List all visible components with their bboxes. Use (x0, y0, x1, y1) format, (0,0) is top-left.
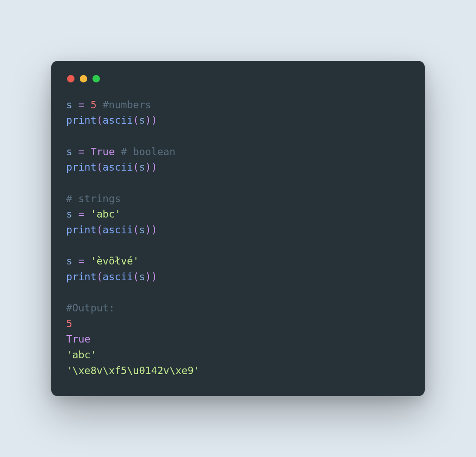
code-token: ascii (103, 161, 133, 173)
code-token: = (72, 208, 91, 220)
code-comment: # strings (66, 193, 121, 204)
code-token: ( (96, 114, 103, 126)
code-token: s (139, 161, 145, 173)
code-token: s (66, 255, 72, 267)
code-token: s (139, 224, 145, 236)
output-line: 5 (66, 318, 72, 329)
code-token: s (66, 99, 72, 111)
code-token: = (72, 255, 91, 267)
code-token: print (66, 114, 96, 126)
code-string: 'èvõłvé' (90, 255, 139, 267)
code-token: ( (133, 114, 139, 126)
code-token: = (72, 99, 91, 111)
code-token (96, 99, 103, 111)
code-token: ) (151, 271, 157, 282)
code-token: ) (151, 114, 157, 126)
minimize-icon[interactable] (80, 75, 87, 82)
code-token: ( (133, 271, 139, 282)
code-token: ) (145, 224, 151, 236)
output-line: '\xe8v\xf5\u0142v\xe9' (66, 365, 200, 376)
code-window: s = 5 #numbers print(ascii(s)) s = True … (51, 61, 425, 396)
code-token: ) (151, 224, 157, 236)
code-token: print (66, 224, 96, 236)
code-token: s (66, 208, 72, 220)
code-token: ascii (103, 271, 133, 282)
code-token: ascii (103, 224, 133, 236)
code-token: ) (151, 161, 157, 173)
code-token: ( (133, 224, 139, 236)
code-token: 5 (90, 99, 96, 111)
code-token: ) (145, 114, 151, 126)
code-block[interactable]: s = 5 #numbers print(ascii(s)) s = True … (66, 97, 410, 379)
code-token: s (139, 271, 145, 282)
close-icon[interactable] (67, 75, 75, 82)
zoom-icon[interactable] (92, 75, 100, 82)
code-token: ( (96, 161, 103, 173)
code-token: s (66, 146, 72, 157)
code-string: 'abc' (90, 208, 121, 220)
output-line: 'abc' (66, 349, 96, 361)
code-token: ( (133, 161, 139, 173)
window-controls (66, 75, 410, 82)
code-token: ) (145, 161, 151, 173)
code-token: ( (96, 271, 103, 282)
code-token: s (139, 114, 145, 126)
code-token: ascii (103, 114, 133, 126)
code-token: = (72, 146, 91, 157)
code-token (115, 146, 121, 157)
code-comment: # boolean (121, 146, 176, 157)
code-token: print (66, 161, 96, 173)
code-token: print (66, 271, 96, 282)
code-token: ( (96, 224, 103, 236)
code-comment: #Output: (66, 302, 115, 314)
output-line: True (66, 333, 90, 345)
code-token: ) (145, 271, 151, 282)
code-comment: #numbers (103, 99, 151, 111)
code-token: True (90, 146, 114, 157)
